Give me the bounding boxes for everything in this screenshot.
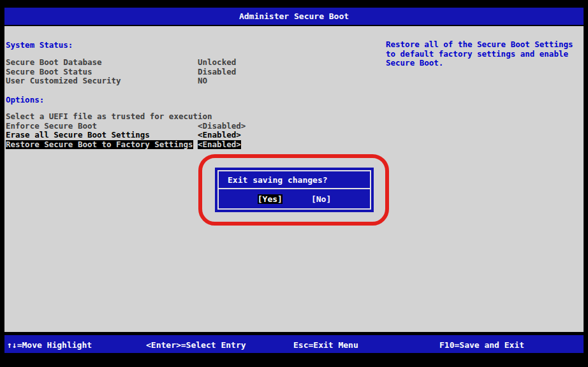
no-button[interactable]: [No] <box>311 194 331 204</box>
exit-dialog-frame: Exit saving changes? [Yes] [No] <box>217 170 371 210</box>
option-row-enforce-secure-boot[interactable]: Enforce Secure Boot <Disabled> <box>6 122 212 131</box>
status-label: User Customized Security <box>6 76 121 86</box>
option-row-select-uefi-file[interactable]: Select a UEFI file as trusted for execut… <box>6 112 212 122</box>
help-line: to default factory settings and enable <box>386 50 573 59</box>
yes-button[interactable]: [Yes] <box>258 194 283 204</box>
status-value: Unlocked <box>198 58 236 68</box>
system-status-list: Secure Boot Database Unlocked Secure Boo… <box>6 58 121 86</box>
page-title: Administer Secure Boot <box>239 11 349 21</box>
option-label: Restore Secure Boot to Factory Settings <box>6 140 193 150</box>
status-value: NO <box>198 76 207 86</box>
help-line: Secure Boot. <box>386 59 573 68</box>
option-row-restore-factory-settings[interactable]: Restore Secure Boot to Factory Settings … <box>6 140 212 150</box>
exit-dialog-title: Exit saving changes? <box>219 171 370 189</box>
footer-hint-exit-menu: Esc=Exit Menu <box>293 340 358 350</box>
footer-bar: ↑↓=Move Highlight <Enter>=Select Entry E… <box>4 335 584 353</box>
option-label: Select a UEFI file as trusted for execut… <box>6 112 212 122</box>
status-row: Secure Boot Status Disabled <box>6 68 121 77</box>
exit-dialog: Exit saving changes? [Yes] [No] <box>215 168 374 212</box>
option-value: <Enabled> <box>198 140 241 150</box>
title-bar: Administer Secure Boot <box>4 8 584 25</box>
help-line: Restore all of the Secure Boot Settings <box>386 40 573 50</box>
option-value: <Disabled> <box>198 122 246 131</box>
footer-hint-select-entry: <Enter>=Select Entry <box>146 340 246 350</box>
exit-dialog-buttons: [Yes] [No] <box>219 189 370 208</box>
status-label: Secure Boot Database <box>6 58 102 68</box>
footer-hint-save-and-exit: F10=Save and Exit <box>439 340 524 350</box>
option-label: Enforce Secure Boot <box>6 122 97 131</box>
options-heading: Options: <box>6 95 44 104</box>
footer-hint-move-highlight: ↑↓=Move Highlight <box>7 340 92 350</box>
option-row-erase-settings[interactable]: Erase all Secure Boot Settings <Enabled> <box>6 131 212 140</box>
option-label: Erase all Secure Boot Settings <box>6 131 150 140</box>
options-list: Select a UEFI file as trusted for execut… <box>6 112 212 149</box>
system-status-heading: System Status: <box>6 40 73 50</box>
status-row: Secure Boot Database Unlocked <box>6 58 121 68</box>
status-label: Secure Boot Status <box>6 68 92 77</box>
status-row: User Customized Security NO <box>6 76 121 86</box>
option-value: <Enabled> <box>198 131 241 140</box>
help-text: Restore all of the Secure Boot Settings … <box>386 40 573 68</box>
status-value: Disabled <box>198 68 236 77</box>
